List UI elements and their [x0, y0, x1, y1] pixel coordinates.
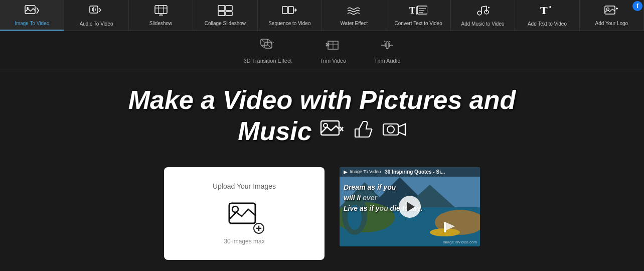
nav-label-image-to-video: Image To Video [15, 21, 49, 26]
video-player-icon: ▶ [344, 169, 348, 175]
svg-line-38 [268, 39, 272, 42]
nav-label-sequence-to-video: Sequence to Video [268, 21, 310, 26]
headline: Make a Video with Pictures and Music [20, 84, 624, 147]
nav-label-add-your-logo: Add Your Logo [595, 21, 628, 26]
svg-rect-58 [355, 129, 359, 137]
sec-nav-3d-transition[interactable]: 3D Transition Effect [240, 36, 296, 66]
secondary-navigation: 3D Transition Effect Trim Video [0, 31, 644, 69]
upload-box[interactable]: Upload Your Images + 30 images max [164, 167, 325, 260]
slideshow-icon [153, 5, 169, 19]
headline-line1: Make a Video with Pictures and [128, 84, 516, 115]
headline-line2: Music [238, 115, 311, 147]
nav-item-image-to-video[interactable]: Image To Video [0, 0, 64, 31]
sec-nav-label-trim-audio: Trim Audio [374, 58, 400, 64]
nav-item-add-your-logo[interactable]: f Add Your Logo [580, 0, 644, 31]
add-music-to-video-icon [475, 4, 491, 19]
nav-item-add-music-to-video[interactable]: Add Music to Video [451, 0, 515, 31]
nav-label-collage-slideshow: Collage Slideshow [205, 21, 246, 26]
nav-label-audio-to-video: Audio To Video [80, 21, 113, 27]
sec-nav-trim-video[interactable]: Trim Video [316, 36, 351, 66]
water-effect-icon [347, 5, 362, 19]
nav-label-add-music-to-video: Add Music to Video [461, 21, 505, 27]
video-watermark: ImageToVideo.com [443, 240, 477, 244]
3d-transition-icon [260, 38, 276, 56]
add-your-logo-icon [604, 5, 619, 19]
sec-nav-label-trim-video: Trim Video [320, 58, 347, 64]
collage-slideshow-icon [218, 5, 233, 19]
nav-label-convert-text-to-video: Convert Text to Video [395, 21, 442, 26]
svg-text:T: T [409, 6, 415, 16]
sequence-to-video-icon [282, 5, 297, 19]
headline-camera-icon [382, 119, 406, 144]
add-text-to-video-icon: T [540, 4, 554, 19]
video-play-button[interactable] [399, 196, 421, 218]
video-top-bar: ▶ Image To Video 30 Inspiring Quotes - S… [340, 167, 480, 177]
bottom-section: Upload Your Images + 30 images max [20, 167, 624, 260]
svg-rect-11 [218, 12, 225, 16]
svg-rect-61 [229, 203, 255, 223]
audio-to-video-icon [89, 4, 103, 19]
video-background: ▶ Image To Video 30 Inspiring Quotes - S… [340, 167, 480, 246]
svg-point-60 [387, 126, 394, 133]
svg-line-52 [384, 41, 386, 42]
nav-item-convert-text-to-video[interactable]: T Convert Text to Video [386, 0, 450, 31]
facebook-badge: f [632, 1, 642, 11]
nav-item-water-effect[interactable]: Water Effect [322, 0, 386, 31]
video-top-label: Image To Video [350, 169, 381, 174]
headline-image-icon [320, 119, 344, 144]
upload-max-text: 30 images max [224, 238, 264, 245]
upload-plus-icon: + [253, 223, 264, 234]
svg-line-24 [481, 6, 487, 7]
trim-video-icon [325, 38, 341, 56]
nav-label-add-text-to-video: Add Text to Video [528, 21, 567, 27]
image-to-video-icon [25, 5, 40, 19]
upload-label: Upload Your Images [213, 182, 276, 190]
nav-item-add-text-to-video[interactable]: T Add Text to Video [515, 0, 579, 31]
nav-item-audio-to-video[interactable]: Audio To Video [64, 0, 128, 31]
sec-nav-trim-audio[interactable]: Trim Audio [370, 36, 404, 66]
svg-rect-14 [288, 7, 293, 14]
svg-line-53 [388, 41, 390, 42]
convert-text-to-video-icon: T [409, 5, 427, 19]
video-top-title: 30 Inspiring Quotes - Si... [385, 169, 445, 175]
svg-rect-54 [321, 121, 339, 135]
svg-text:T: T [540, 4, 548, 17]
svg-point-62 [232, 206, 238, 212]
svg-rect-9 [218, 6, 225, 11]
svg-rect-18 [417, 6, 427, 14]
nav-item-sequence-to-video[interactable]: Sequence to Video [258, 0, 322, 31]
nav-item-collage-slideshow[interactable]: Collage Slideshow [193, 0, 257, 31]
svg-point-33 [607, 8, 609, 11]
svg-point-22 [477, 11, 481, 15]
nav-label-water-effect: Water Effect [341, 21, 368, 26]
main-content: Make a Video with Pictures and Music [0, 69, 644, 271]
sec-nav-label-3d-transition: 3D Transition Effect [244, 58, 292, 64]
headline-thumbsup-icon [352, 119, 374, 144]
svg-line-42 [261, 39, 265, 42]
video-preview[interactable]: ▶ Image To Video 30 Inspiring Quotes - S… [340, 167, 480, 246]
svg-line-40 [268, 45, 272, 48]
top-navigation: Image To Video Audio To Video Slideshow [0, 0, 644, 31]
svg-rect-10 [226, 6, 232, 11]
svg-line-39 [261, 45, 265, 48]
svg-rect-13 [282, 7, 287, 14]
trim-audio-icon [379, 38, 395, 56]
nav-label-slideshow: Slideshow [149, 21, 173, 26]
svg-rect-12 [226, 12, 232, 16]
svg-rect-71 [444, 222, 446, 232]
play-triangle-icon [407, 202, 415, 212]
nav-item-slideshow[interactable]: Slideshow [129, 0, 193, 31]
svg-rect-3 [155, 6, 167, 14]
upload-icon-wrap: + [228, 199, 260, 232]
